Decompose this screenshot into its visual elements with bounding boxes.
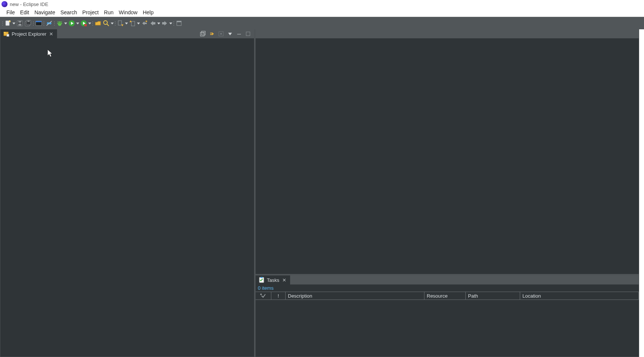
next-annotation-button[interactable] (116, 19, 125, 27)
open-resource-button[interactable] (94, 19, 102, 27)
nav-forward-button[interactable] (161, 19, 169, 27)
svg-rect-5 (18, 21, 21, 23)
tasks-item-count: 0 items (256, 284, 639, 292)
minimize-view-button[interactable] (235, 30, 243, 38)
svg-point-30 (104, 21, 107, 24)
svg-marker-35 (125, 23, 128, 24)
svg-line-31 (107, 24, 109, 26)
svg-rect-59 (246, 32, 250, 36)
mouse-cursor-icon (48, 50, 53, 57)
svg-rect-11 (36, 21, 42, 22)
project-explorer-tab-label: Project Explorer (12, 31, 46, 37)
menu-window[interactable]: Window (116, 9, 140, 16)
project-explorer-tab[interactable]: Project Explorer ✕ (0, 29, 57, 38)
maximize-view-button[interactable] (244, 30, 252, 38)
svg-marker-42 (157, 23, 160, 24)
svg-marker-39 (142, 21, 147, 25)
skip-breakpoints-button[interactable] (45, 19, 53, 27)
debug-button[interactable] (56, 19, 64, 27)
svg-rect-40 (146, 21, 147, 22)
close-icon[interactable]: ✕ (48, 31, 54, 37)
tasks-col-priority[interactable]: ! (271, 292, 286, 300)
search-button[interactable] (102, 19, 110, 27)
menu-search[interactable]: Search (58, 9, 80, 16)
svg-point-20 (59, 23, 59, 23)
svg-line-18 (57, 21, 59, 22)
tasks-tab-label: Tasks (267, 277, 279, 283)
tasks-col-location[interactable]: Location (520, 292, 639, 300)
editor-tabstrip (256, 29, 639, 38)
menu-run[interactable]: Run (101, 9, 116, 16)
svg-rect-58 (237, 34, 241, 35)
prev-annotation-dropdown[interactable] (137, 19, 140, 27)
run-button[interactable] (68, 19, 76, 27)
svg-point-21 (60, 23, 61, 23)
window-title: new - Eclipse IDE (10, 2, 48, 7)
nav-back-dropdown[interactable] (157, 19, 161, 27)
next-annotation-dropdown[interactable] (125, 19, 128, 27)
pin-editor-button[interactable] (175, 19, 183, 27)
svg-marker-3 (12, 23, 15, 24)
menu-edit[interactable]: Edit (18, 9, 32, 16)
open-console-button[interactable] (35, 19, 43, 27)
menu-help[interactable]: Help (140, 9, 156, 16)
new-wizard-button[interactable] (4, 19, 12, 27)
sort-ascending-icon: ▴ (260, 292, 262, 296)
svg-rect-62 (260, 277, 263, 278)
project-explorer-icon (3, 31, 9, 37)
svg-rect-28 (84, 24, 87, 26)
view-menu-button[interactable] (226, 30, 234, 38)
svg-marker-41 (150, 21, 155, 26)
svg-marker-60 (48, 50, 52, 57)
svg-rect-33 (118, 21, 122, 25)
svg-line-19 (61, 21, 62, 22)
tasks-icon (259, 277, 265, 283)
save-button[interactable] (16, 19, 24, 27)
tasks-table-header: ▴ ! Description Resource Path Location (256, 292, 639, 300)
new-wizard-dropdown[interactable] (12, 19, 16, 27)
svg-rect-46 (177, 21, 181, 22)
tasks-col-resource[interactable]: Resource (424, 292, 466, 300)
svg-rect-36 (131, 21, 135, 26)
svg-rect-6 (18, 24, 21, 26)
svg-rect-48 (4, 32, 6, 33)
tasks-col-description[interactable]: Description (286, 292, 424, 300)
tasks-col-path[interactable]: Path (466, 292, 520, 300)
last-edit-location-button[interactable] (140, 19, 149, 27)
svg-marker-38 (137, 23, 140, 24)
menu-navigate[interactable]: Navigate (32, 9, 58, 16)
main-toolbar: ⋮ ⋮ ⋮ ⋮ ⋮ (0, 17, 644, 29)
menu-project[interactable]: Project (80, 9, 101, 16)
svg-rect-9 (27, 21, 30, 22)
menu-file[interactable]: File (4, 9, 18, 16)
editor-area[interactable] (256, 38, 639, 274)
svg-marker-22 (64, 23, 67, 24)
svg-point-56 (220, 33, 222, 35)
window-right-gutter (639, 29, 644, 357)
nav-back-button[interactable] (149, 19, 157, 27)
svg-marker-53 (212, 32, 214, 35)
link-with-editor-button[interactable] (208, 30, 216, 38)
prev-annotation-button[interactable] (128, 19, 137, 27)
run-dropdown[interactable] (76, 19, 80, 27)
svg-marker-43 (162, 21, 167, 26)
eclipse-app-icon (2, 1, 8, 7)
svg-marker-57 (228, 33, 232, 35)
svg-marker-25 (76, 23, 79, 24)
project-explorer-body[interactable] (0, 38, 254, 357)
focus-on-active-task-button[interactable] (217, 30, 225, 38)
tasks-col-complete[interactable]: ▴ (256, 292, 271, 300)
tasks-tab[interactable]: Tasks ✕ (256, 275, 290, 284)
svg-rect-0 (6, 21, 9, 26)
menu-bar: File Edit Navigate Search Project Run Wi… (0, 8, 644, 17)
save-all-button[interactable] (24, 19, 32, 27)
svg-point-2 (9, 20, 11, 22)
collapse-all-button[interactable] (199, 30, 207, 38)
external-tools-button[interactable] (80, 19, 88, 27)
svg-rect-49 (7, 34, 9, 36)
debug-dropdown[interactable] (64, 19, 68, 27)
close-icon[interactable]: ✕ (281, 277, 287, 283)
